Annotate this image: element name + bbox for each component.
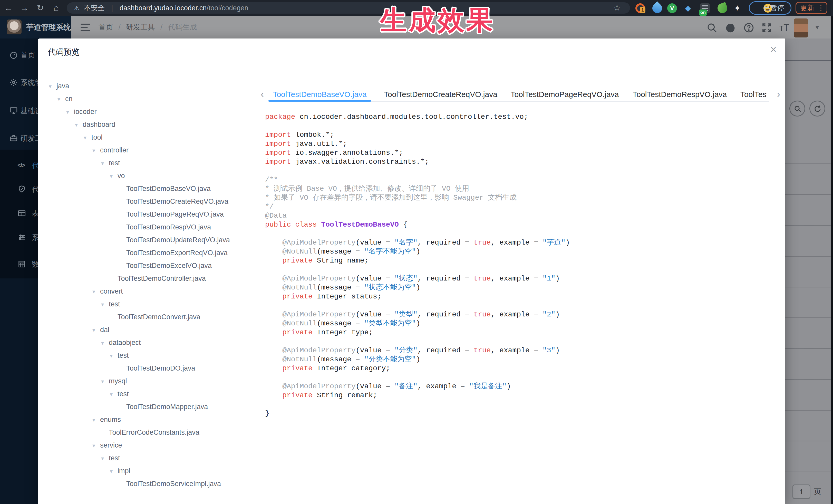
tree-folder[interactable]: ▾enums [49,413,262,426]
tree-node-label: ToolTestDemoBaseVO.java [126,185,211,192]
tree-node-label: ToolTestDemoExcelVO.java [126,262,212,269]
caret-down-icon[interactable]: ▾ [101,452,109,465]
extensions-puzzle-icon[interactable]: ✦ [732,3,742,13]
tree-folder[interactable]: ▾tool [49,131,262,144]
tree-folder[interactable]: ▾vo [49,169,262,182]
tabs-prev-icon[interactable]: ‹ [261,88,264,101]
help-icon[interactable] [743,22,755,33]
paused-extension-button[interactable]: 已暂停 [749,1,791,15]
tree-node-label: tool [91,134,103,141]
extension-list-icon[interactable]: on [700,3,710,13]
caret-down-icon[interactable]: ▾ [92,439,100,452]
tab-1[interactable]: ToolTestDemoCreateReqVO.java [384,88,497,102]
browser-scrollbar[interactable] [831,16,833,504]
github-icon[interactable] [725,22,736,33]
caret-down-icon[interactable]: ▾ [92,324,100,337]
caret-down-icon[interactable]: ▾ [84,131,91,144]
caret-down-icon[interactable]: ▾ [110,388,118,401]
back-icon[interactable]: ← [2,0,15,16]
tree-file[interactable]: ToolTestDemoBaseVO.java [49,182,262,195]
extension-icon[interactable]: 1 [636,3,645,13]
caret-down-icon[interactable]: ▾ [92,285,100,298]
tree-folder[interactable]: ▾test [49,387,262,400]
tree-file[interactable]: ToolTestDemoExcelVO.java [49,259,262,272]
caret-down-icon[interactable]: ▾ [101,375,109,388]
tree-file[interactable]: ToolTestDemoController.java [49,272,262,285]
user-avatar[interactable] [794,19,808,38]
code-preview-modal: 代码预览 × ▾java▾cn▾iocoder▾dashboard▾tool▾c… [38,39,785,504]
caret-down-icon[interactable]: ▾ [92,414,100,427]
tree-folder[interactable]: ▾test [49,298,262,311]
tree-file[interactable]: ToolTestDemoConvert.java [49,311,262,323]
tree-folder[interactable]: ▾convert [49,285,262,298]
tree-file[interactable]: ToolErrorCodeConstants.java [49,426,262,439]
tree-folder[interactable]: ▾test [49,349,262,362]
modal-title: 代码预览 [48,47,79,57]
font-size-icon[interactable]: ᴛT [779,22,790,33]
extension-drop-icon[interactable] [650,1,664,15]
caret-down-icon[interactable]: ▾ [66,106,74,119]
caret-down-icon[interactable]: ▾ [57,93,65,106]
caret-down-icon[interactable]: ▾ [92,144,100,157]
tabs-next-icon[interactable]: › [777,88,780,101]
forward-icon[interactable]: → [18,0,31,16]
tree-file[interactable]: ToolTestDemoMapper.java [49,400,262,413]
caret-down-icon[interactable]: ▾ [101,298,109,311]
caret-down-icon[interactable]: ▾ [101,157,109,170]
fullscreen-icon[interactable] [761,22,772,33]
tree-folder[interactable]: ▾service [49,439,262,452]
extension-v-icon[interactable]: V [667,3,677,13]
tree-file[interactable]: ToolTestDemoExportReqVO.java [49,246,262,259]
tree-file[interactable]: ToolTestDemoPageReqVO.java [49,208,262,221]
caret-down-icon[interactable]: ▾ [110,465,118,478]
home-icon[interactable]: ⌂ [50,0,63,16]
tree-folder[interactable]: ▾impl [49,464,262,477]
tree-file[interactable]: ToolTestDemoServiceImpl.java [49,477,262,490]
caret-down-icon[interactable]: ▾ [110,350,118,362]
tree-folder[interactable]: ▾test [49,452,262,464]
refresh-circle-button[interactable] [809,101,825,117]
tree-folder[interactable]: ▾dataobject [49,336,262,349]
tab-0[interactable]: ToolTestDemoBaseVO.java [268,88,371,102]
tree-folder[interactable]: ▾cn [49,92,262,105]
tree-node-label: ToolTestDemoExportReqVO.java [126,249,228,257]
tab-3[interactable]: ToolTestDemoRespVO.java [632,88,728,102]
search-circle-button[interactable] [789,101,805,117]
tree-folder[interactable]: ▾controller [49,144,262,157]
tree-folder[interactable]: ▾dal [49,323,262,336]
app-title: 芋道管理系统 [26,16,71,39]
tree-folder[interactable]: ▾java [49,79,262,92]
tree-node-label: ToolTestDemoController.java [118,274,206,282]
sidebar-toggle-icon[interactable] [80,23,90,31]
tree-folder[interactable]: ▾dashboard [49,118,262,131]
avatar-caret-icon[interactable]: ▾ [815,16,819,39]
extension-leaf-icon[interactable] [716,2,729,15]
bookmark-star-icon[interactable]: ☆ [613,0,621,16]
browser-menu-kebab-icon[interactable]: ⋮ [817,3,825,13]
tree-file[interactable]: ToolTestDemoUpdateReqVO.java [49,234,262,246]
security-label[interactable]: 不安全 [84,4,105,12]
tree-folder[interactable]: ▾test [49,157,262,169]
caret-down-icon[interactable]: ▾ [110,170,118,183]
tree-file[interactable]: ToolTestDemoCreateReqVO.java [49,195,262,208]
gear-icon [9,78,18,87]
caret-down-icon[interactable]: ▾ [101,337,109,350]
address-bar[interactable]: ⚠ 不安全 | dashboard.yudao.iocoder.cn/tool/… [67,2,630,14]
tab-2[interactable]: ToolTestDemoPageReqVO.java [510,88,619,102]
tree-folder[interactable]: ▾iocoder [49,105,262,118]
code-line: @NotNull(message = "分类不能为空") [265,355,776,364]
pagination-input[interactable]: 1 [792,484,810,499]
tree-folder[interactable]: ▾mysql [49,375,262,387]
breadcrumb-home[interactable]: 首页 [98,23,113,31]
tab-4[interactable]: ToolTestDemoUpdateReqVO.java [740,88,767,102]
breadcrumb-devtool[interactable]: 研发工具 [126,23,155,31]
tree-file[interactable]: ToolTestDemoRespVO.java [49,221,262,234]
reload-icon[interactable]: ↻ [34,0,47,16]
tree-file[interactable]: ToolTestDemoDO.java [49,362,262,375]
search-icon[interactable] [706,22,717,33]
caret-down-icon[interactable]: ▾ [75,119,82,131]
close-icon[interactable]: × [770,44,777,55]
chrome-update-button[interactable]: 更新 ⋮ [795,2,827,14]
caret-down-icon[interactable]: ▾ [49,80,56,93]
extension-diamond-icon[interactable]: ◆ [683,3,693,13]
